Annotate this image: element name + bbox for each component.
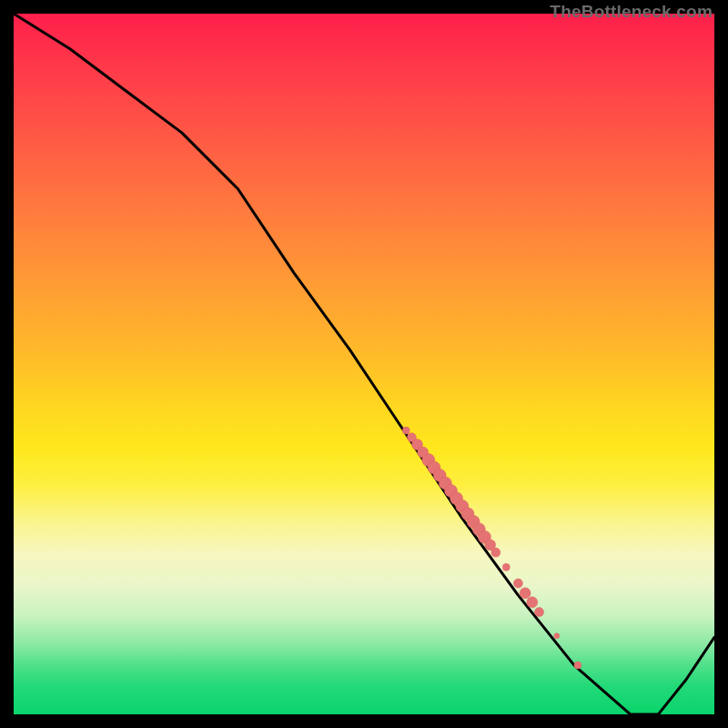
chart-plot-area: TheBottleneck.com	[14, 14, 714, 714]
data-marker	[513, 579, 522, 588]
data-marker	[554, 633, 560, 639]
data-marker	[491, 548, 500, 557]
data-marker	[535, 608, 544, 617]
data-marker	[527, 597, 538, 608]
marker-group	[402, 427, 581, 669]
data-marker	[520, 588, 531, 599]
chart-svg	[14, 14, 714, 714]
chart-frame: TheBottleneck.com	[0, 0, 728, 728]
data-marker	[502, 563, 510, 571]
data-marker	[402, 427, 410, 434]
curve-line	[14, 14, 714, 714]
data-marker	[574, 662, 581, 669]
